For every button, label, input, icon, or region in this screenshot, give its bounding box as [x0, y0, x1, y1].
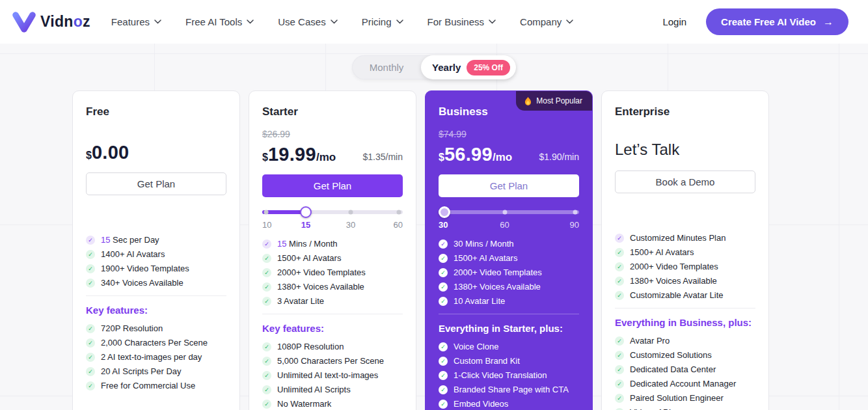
slider-stop[interactable] [396, 210, 401, 215]
billing-toggle-row: Monthly Yearly 25% Off [0, 55, 868, 79]
feature-item: ✓Dedicated Data Center [615, 365, 755, 374]
slider-labels: 10 15 30 60 [262, 220, 403, 230]
check-icon: ✓ [439, 385, 448, 394]
check-icon: ✓ [86, 279, 95, 288]
check-icon: ✓ [439, 400, 448, 409]
plan-price: $19.99/mo [262, 144, 336, 165]
card-starter: Starter $26.99 $19.99/mo $1.35/min Get P… [249, 90, 416, 410]
feature-item: ✓2000+ Video Templates [615, 262, 755, 271]
feature-item: ✓20 AI Scripts Per Day [86, 367, 226, 376]
slider-stop[interactable] [502, 210, 507, 215]
per-minute-rate: $1.35/min [363, 152, 403, 165]
toggle-yearly-label: Yearly [432, 62, 461, 73]
slider-label: 30 [346, 220, 355, 230]
key-features-heading: Everything in Business, plus: [615, 317, 755, 328]
nav-item-label: Free AI Tools [185, 16, 242, 27]
slider-stop[interactable] [264, 210, 269, 215]
nav-links: Features Free AI Tools Use Cases Pricing… [111, 16, 573, 27]
plan-title: Free [86, 105, 226, 118]
plan-features: ✓ 30 Mins / Month ✓1500+ AI Avatars ✓200… [439, 239, 579, 410]
check-icon: ✓ [615, 351, 624, 360]
chevron-down-icon [396, 20, 403, 24]
card-business: Most Popular Business $74.99 $56.99/mo $… [425, 90, 593, 410]
nav-item-pricing[interactable]: Pricing [362, 16, 403, 27]
nav-right: Login Create Free AI Video → [662, 8, 848, 35]
check-icon: ✓ [439, 254, 448, 263]
check-icon: ✓ [262, 385, 271, 394]
feature-item: ✓Dedicated Account Manager [615, 379, 755, 389]
get-plan-button[interactable]: Get Plan [86, 172, 226, 195]
key-features-heading: Key features: [262, 323, 403, 334]
minutes-slider[interactable]: 10 15 30 60 [262, 210, 403, 230]
most-popular-badge: Most Popular [516, 91, 592, 111]
check-icon: ✓ [262, 400, 271, 409]
check-icon: ✓ [615, 262, 624, 271]
chevron-down-icon [489, 20, 496, 24]
check-icon: ✓ [86, 324, 95, 333]
chevron-down-icon [331, 20, 338, 24]
feature-item: ✓1500+ AI Avatars [439, 254, 579, 263]
slider-track[interactable] [439, 210, 579, 214]
plan-price: $56.99/mo [439, 144, 512, 165]
plan-price-row: $19.99/mo $1.35/min [262, 144, 403, 165]
feature-item: ✓3 Avatar Lite [262, 297, 403, 306]
check-icon: ✓ [86, 353, 95, 362]
nav-item-free-ai-tools[interactable]: Free AI Tools [185, 16, 254, 27]
feature-item: ✓1500+ AI Avatars [262, 254, 403, 263]
nav-item-use-cases[interactable]: Use Cases [278, 16, 337, 27]
feature-item: ✓2,000 Characters Per Scene [86, 338, 226, 348]
key-features-heading: Everything in Starter, plus: [439, 323, 579, 334]
feature-item: ✓1380+ Voices Available [262, 282, 403, 292]
check-icon: ✓ [262, 268, 271, 277]
plan-title: Starter [262, 105, 403, 118]
feature-item: ✓Unlimited AI text-to-images [262, 371, 403, 380]
slider-track[interactable] [262, 210, 403, 214]
slider-stop[interactable] [573, 210, 577, 215]
divider [615, 308, 755, 308]
plan-price: $0.00 [86, 142, 226, 163]
chevron-down-icon [154, 20, 161, 24]
billing-toggle[interactable]: Monthly Yearly 25% Off [352, 55, 516, 79]
book-a-demo-button[interactable]: Book a Demo [615, 171, 755, 193]
slider-label: 60 [394, 220, 403, 230]
check-icon: ✓ [439, 357, 448, 366]
nav-item-for-business[interactable]: For Business [427, 16, 496, 27]
check-icon: ✓ [262, 282, 271, 292]
slider-label-selected: 15 [301, 220, 310, 230]
get-plan-button[interactable]: Get Plan [439, 174, 579, 197]
nav-item-company[interactable]: Company [520, 16, 573, 27]
feature-item: ✓Branded Share Page with CTA [439, 385, 579, 394]
login-link[interactable]: Login [662, 16, 686, 27]
slider-handle[interactable] [439, 206, 450, 218]
feature-item: ✓10 Avatar Lite [439, 297, 579, 306]
toggle-monthly[interactable]: Monthly [352, 62, 421, 73]
feature-item: ✓Embed Videos [439, 400, 579, 409]
feature-item: ✓2000+ Video Templates [439, 268, 579, 277]
vidnoz-logo-icon [12, 11, 36, 33]
slider-label-selected: 30 [439, 220, 448, 230]
feature-item: ✓1900+ Video Templates [86, 264, 226, 273]
vidnoz-logo[interactable]: Vidnoz [12, 11, 90, 33]
check-icon: ✓ [262, 371, 271, 380]
create-free-ai-video-button[interactable]: Create Free AI Video → [706, 8, 848, 35]
divider [439, 314, 579, 314]
cta-label: Create Free AI Video [721, 16, 816, 27]
feature-item: ✓2 AI text-to-images per day [86, 353, 226, 362]
slider-handle[interactable] [300, 206, 312, 218]
feature-item: ✓Custom Brand Kit [439, 357, 579, 366]
slider-label: 60 [500, 220, 509, 230]
check-icon: ✓ [439, 282, 448, 292]
feature-item: ✓1-Click Video Translation [439, 371, 579, 380]
check-icon: ✓ [86, 236, 95, 245]
minutes-slider[interactable]: 30 60 90 [439, 210, 579, 230]
nav-item-features[interactable]: Features [111, 16, 161, 27]
slider-stop[interactable] [349, 210, 353, 215]
get-plan-button[interactable]: Get Plan [262, 174, 403, 197]
per-minute-rate: $1.90/min [539, 152, 579, 165]
plan-features: ✓ 15 Sec per Day ✓1400+ AI Avatars ✓1900… [86, 236, 226, 390]
plan-price-text: Let’s Talk [615, 141, 755, 160]
feature-item: ✓Customized Solutions [615, 351, 755, 360]
check-icon: ✓ [86, 381, 95, 390]
toggle-yearly[interactable]: Yearly 25% Off [421, 55, 516, 79]
feature-item: ✓1500+ AI Avatars [615, 248, 755, 257]
